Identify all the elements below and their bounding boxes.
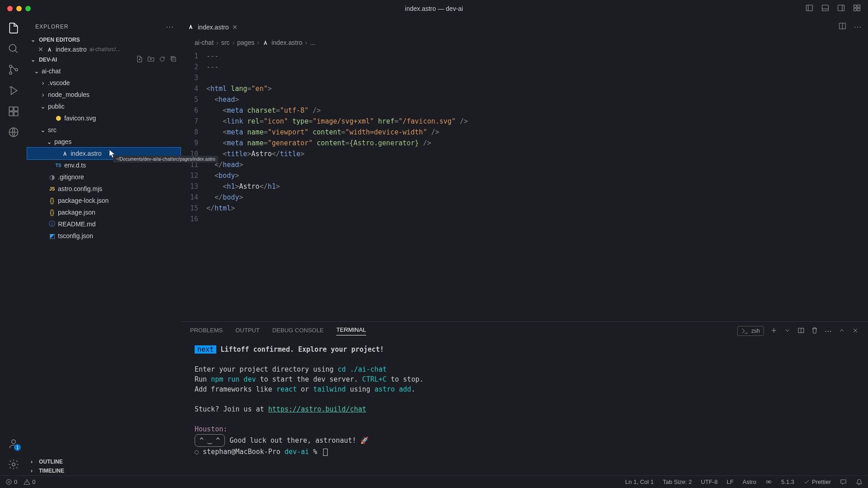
svg-rect-19: [14, 112, 18, 116]
status-eol[interactable]: LF: [727, 478, 734, 485]
sidebar-more-icon[interactable]: ⋯: [166, 22, 174, 32]
file-gitignore[interactable]: ◑.gitignore: [27, 171, 181, 183]
status-notifications-icon[interactable]: [856, 478, 863, 485]
explorer-icon[interactable]: [7, 22, 20, 34]
breadcrumb[interactable]: ai-chat› src› pages› index.astro› ...: [181, 36, 868, 51]
customize-layout-icon[interactable]: [853, 4, 861, 13]
chevron-down-icon: ⌄: [33, 67, 40, 75]
status-copilot-icon[interactable]: [765, 478, 772, 485]
tab-index-astro[interactable]: index.astro ✕: [181, 17, 244, 36]
folder-vscode[interactable]: ›.vscode: [27, 77, 181, 89]
status-language[interactable]: Astro: [743, 478, 756, 485]
svg-marker-15: [11, 86, 17, 94]
tab-output[interactable]: OUTPUT: [235, 327, 259, 335]
collapse-all-icon[interactable]: [170, 56, 177, 64]
breadcrumb-segment[interactable]: src: [221, 39, 230, 46]
terminal-output[interactable]: next Liftoff confirmed. Explore your pro…: [181, 340, 868, 475]
close-icon[interactable]: ✕: [38, 46, 43, 53]
file-package-json[interactable]: {}package.json: [27, 206, 181, 218]
split-editor-icon[interactable]: [839, 22, 846, 31]
chevron-right-icon: ›: [40, 91, 46, 98]
terminal-badge: next: [195, 345, 216, 354]
new-terminal-icon[interactable]: [770, 327, 777, 335]
accounts-icon[interactable]: 1: [7, 437, 20, 450]
file-readme[interactable]: ⓘREADME.md: [27, 218, 181, 230]
titlebar: index.astro — dev-ai: [0, 0, 868, 17]
code-editor[interactable]: 12345678910111213141516 --- --- <html la…: [181, 51, 868, 321]
terminal-dropdown-icon[interactable]: [784, 327, 791, 335]
split-terminal-icon[interactable]: [797, 327, 805, 335]
chevron-right-icon: ›: [40, 79, 46, 86]
status-errors[interactable]: 0: [5, 478, 17, 485]
astro-file-icon: [46, 46, 53, 53]
status-tab-size[interactable]: Tab Size: 2: [663, 478, 692, 485]
source-control-icon[interactable]: [7, 63, 20, 76]
open-editors-header[interactable]: ⌄ OPEN EDITORS: [27, 35, 181, 44]
file-package-lock[interactable]: {}package-lock.json: [27, 195, 181, 206]
close-window-icon[interactable]: [7, 6, 13, 11]
maximize-window-icon[interactable]: [25, 6, 31, 11]
svg-point-10: [9, 44, 16, 51]
settings-gear-icon[interactable]: [7, 458, 20, 471]
breadcrumb-segment[interactable]: ai-chat: [195, 39, 214, 46]
folder-public[interactable]: ⌄public: [27, 100, 181, 112]
line-gutter: 12345678910111213141516: [181, 51, 206, 321]
breadcrumb-segment[interactable]: index.astro: [272, 39, 302, 46]
terminal-shell-selector[interactable]: zsh: [737, 326, 764, 336]
panel-more-icon[interactable]: ⋯: [825, 327, 832, 335]
status-feedback-icon[interactable]: [840, 478, 847, 485]
tab-debug-console[interactable]: DEBUG CONSOLE: [272, 327, 324, 335]
toggle-primary-sidebar-icon[interactable]: [806, 4, 813, 13]
new-folder-icon[interactable]: [148, 56, 154, 64]
file-astro-config[interactable]: JSastro.config.mjs: [27, 183, 181, 195]
breadcrumb-segment[interactable]: pages: [237, 39, 254, 46]
file-tsconfig[interactable]: ◩tsconfig.json: [27, 230, 181, 242]
explorer-sidebar: EXPLORER ⋯ ⌄ OPEN EDITORS ✕ index.astro …: [27, 17, 181, 475]
ts-file-icon: TS: [54, 163, 62, 168]
svg-point-16: [9, 86, 11, 88]
chevron-right-icon: ›: [31, 459, 37, 465]
minimize-window-icon[interactable]: [16, 6, 22, 11]
svg-point-22: [12, 440, 16, 444]
remote-icon[interactable]: [7, 126, 20, 139]
chevron-down-icon: ⌄: [40, 103, 46, 110]
open-editor-item[interactable]: ✕ index.astro ai-chat/src/...: [27, 44, 181, 54]
refresh-icon[interactable]: [159, 56, 166, 64]
status-version[interactable]: 5.1.3: [781, 478, 794, 485]
chevron-down-icon: ⌄: [31, 37, 37, 43]
more-actions-icon[interactable]: ⋯: [854, 22, 862, 32]
close-panel-icon[interactable]: [852, 327, 859, 335]
workspace-header[interactable]: ⌄ DEV-AI: [27, 54, 181, 65]
status-warnings[interactable]: 0: [24, 478, 35, 485]
timeline-header[interactable]: ›TIMELINE: [27, 466, 181, 475]
close-tab-icon[interactable]: ✕: [232, 24, 238, 31]
file-favicon[interactable]: ⬢favicon.svg: [27, 112, 181, 124]
svg-rect-7: [858, 5, 860, 7]
search-icon[interactable]: [7, 43, 20, 55]
status-bar: 0 0 Ln 1, Col 1 Tab Size: 2 UTF-8 LF Ast…: [0, 475, 868, 488]
kill-terminal-icon[interactable]: [811, 327, 818, 335]
folder-src[interactable]: ⌄src: [27, 124, 181, 136]
toggle-panel-icon[interactable]: [821, 4, 829, 13]
editor-tabs: index.astro ✕ ⋯: [181, 17, 868, 36]
folder-ai-chat[interactable]: ⌄ai-chat: [27, 65, 181, 77]
run-debug-icon[interactable]: [7, 84, 20, 97]
outline-header[interactable]: ›OUTLINE: [27, 457, 181, 466]
tab-terminal[interactable]: TERMINAL: [336, 326, 366, 335]
extensions-icon[interactable]: [7, 105, 20, 118]
tab-problems[interactable]: PROBLEMS: [190, 327, 223, 335]
status-prettier[interactable]: Prettier: [803, 478, 831, 485]
tsconfig-file-icon: ◩: [48, 232, 56, 239]
status-encoding[interactable]: UTF-8: [701, 478, 718, 485]
terminal-link[interactable]: https://astro.build/chat: [268, 405, 367, 413]
folder-node-modules[interactable]: ›node_modules: [27, 89, 181, 100]
new-file-icon[interactable]: [136, 56, 143, 64]
svg-rect-17: [9, 107, 13, 111]
svg-point-14: [15, 68, 18, 71]
maximize-panel-icon[interactable]: [838, 327, 845, 335]
breadcrumb-segment[interactable]: ...: [310, 39, 315, 46]
status-cursor-position[interactable]: Ln 1, Col 1: [625, 478, 654, 485]
code-content[interactable]: --- --- <html lang="en"> <head> <meta ch…: [206, 51, 868, 321]
toggle-secondary-sidebar-icon[interactable]: [837, 4, 845, 13]
folder-pages[interactable]: ⌄pages: [27, 136, 181, 148]
